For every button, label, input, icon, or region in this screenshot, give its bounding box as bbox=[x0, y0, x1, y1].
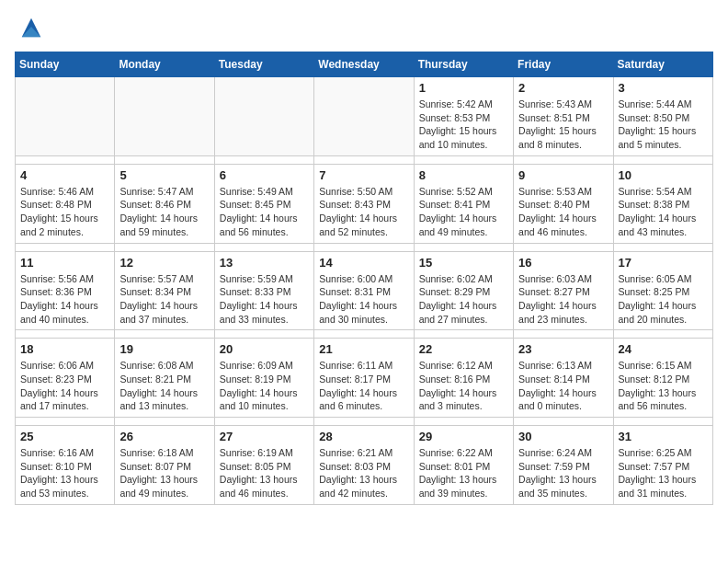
calendar-table: SundayMondayTuesdayWednesdayThursdayFrid… bbox=[15, 52, 713, 505]
day-of-week-header: Monday bbox=[115, 52, 214, 77]
day-number: 5 bbox=[119, 168, 209, 182]
day-number: 20 bbox=[220, 342, 309, 356]
calendar-cell: 20Sunrise: 6:09 AMSunset: 8:19 PMDayligh… bbox=[214, 339, 313, 418]
calendar-cell: 23Sunrise: 6:13 AMSunset: 8:14 PMDayligh… bbox=[514, 339, 613, 418]
day-info: Sunrise: 6:06 AMSunset: 8:23 PMDaylight:… bbox=[20, 359, 109, 413]
calendar-cell: 13Sunrise: 5:59 AMSunset: 8:33 PMDayligh… bbox=[214, 251, 313, 330]
day-number: 19 bbox=[119, 342, 209, 356]
calendar-week-row: 18Sunrise: 6:06 AMSunset: 8:23 PMDayligh… bbox=[16, 339, 713, 418]
day-number: 6 bbox=[220, 168, 309, 182]
day-info: Sunrise: 6:11 AMSunset: 8:17 PMDaylight:… bbox=[319, 359, 408, 413]
calendar-week-row: 4Sunrise: 5:46 AMSunset: 8:48 PMDaylight… bbox=[16, 164, 713, 243]
day-info: Sunrise: 5:46 AMSunset: 8:48 PMDaylight:… bbox=[20, 185, 109, 239]
calendar-cell: 25Sunrise: 6:16 AMSunset: 8:10 PMDayligh… bbox=[16, 426, 115, 505]
day-number: 7 bbox=[319, 168, 408, 182]
day-number: 28 bbox=[319, 430, 408, 443]
calendar-cell: 7Sunrise: 5:50 AMSunset: 8:43 PMDaylight… bbox=[314, 164, 414, 243]
day-number: 15 bbox=[419, 256, 508, 270]
day-of-week-header: Wednesday bbox=[314, 52, 414, 77]
day-of-week-header: Sunday bbox=[16, 52, 115, 77]
day-info: Sunrise: 5:42 AMSunset: 8:53 PMDaylight:… bbox=[419, 98, 508, 152]
calendar-cell bbox=[16, 77, 115, 156]
day-info: Sunrise: 5:56 AMSunset: 8:36 PMDaylight:… bbox=[20, 272, 109, 327]
calendar-cell: 27Sunrise: 6:19 AMSunset: 8:05 PMDayligh… bbox=[214, 426, 313, 505]
day-number: 31 bbox=[619, 430, 708, 443]
day-of-week-header: Saturday bbox=[613, 52, 712, 77]
calendar-cell: 26Sunrise: 6:18 AMSunset: 8:07 PMDayligh… bbox=[115, 426, 214, 505]
day-number: 16 bbox=[518, 256, 608, 270]
calendar-cell: 12Sunrise: 5:57 AMSunset: 8:34 PMDayligh… bbox=[115, 251, 214, 330]
day-number: 26 bbox=[119, 430, 209, 443]
day-info: Sunrise: 5:52 AMSunset: 8:41 PMDaylight:… bbox=[419, 185, 508, 239]
day-info: Sunrise: 6:05 AMSunset: 8:25 PMDaylight:… bbox=[619, 272, 708, 327]
day-info: Sunrise: 6:00 AMSunset: 8:31 PMDaylight:… bbox=[319, 272, 408, 327]
day-number: 24 bbox=[619, 342, 708, 356]
day-number: 4 bbox=[20, 168, 109, 182]
day-number: 17 bbox=[619, 256, 708, 270]
calendar-cell: 31Sunrise: 6:25 AMSunset: 7:57 PMDayligh… bbox=[613, 426, 712, 505]
calendar-cell: 15Sunrise: 6:02 AMSunset: 8:29 PMDayligh… bbox=[414, 251, 513, 330]
calendar-cell: 18Sunrise: 6:06 AMSunset: 8:23 PMDayligh… bbox=[16, 339, 115, 418]
day-info: Sunrise: 6:19 AMSunset: 8:05 PMDaylight:… bbox=[220, 446, 309, 500]
day-info: Sunrise: 6:25 AMSunset: 7:57 PMDaylight:… bbox=[619, 446, 708, 500]
row-divider bbox=[16, 330, 713, 339]
row-divider bbox=[16, 243, 713, 251]
day-info: Sunrise: 6:03 AMSunset: 8:27 PMDaylight:… bbox=[518, 272, 608, 327]
day-number: 14 bbox=[319, 256, 408, 270]
day-number: 30 bbox=[518, 430, 608, 443]
day-info: Sunrise: 6:16 AMSunset: 8:10 PMDaylight:… bbox=[20, 446, 109, 500]
day-number: 9 bbox=[518, 168, 608, 182]
day-of-week-header: Tuesday bbox=[214, 52, 313, 77]
day-number: 21 bbox=[319, 342, 408, 356]
day-number: 29 bbox=[419, 430, 508, 443]
calendar-cell bbox=[214, 77, 313, 156]
day-info: Sunrise: 6:21 AMSunset: 8:03 PMDaylight:… bbox=[319, 446, 408, 500]
calendar-cell: 8Sunrise: 5:52 AMSunset: 8:41 PMDaylight… bbox=[414, 164, 513, 243]
day-number: 10 bbox=[619, 168, 708, 182]
day-info: Sunrise: 5:54 AMSunset: 8:38 PMDaylight:… bbox=[619, 185, 708, 239]
logo-icon bbox=[18, 15, 44, 40]
row-divider bbox=[16, 155, 713, 164]
day-info: Sunrise: 5:59 AMSunset: 8:33 PMDaylight:… bbox=[220, 272, 309, 327]
calendar-cell: 19Sunrise: 6:08 AMSunset: 8:21 PMDayligh… bbox=[115, 339, 214, 418]
day-number: 11 bbox=[20, 256, 109, 270]
day-info: Sunrise: 5:57 AMSunset: 8:34 PMDaylight:… bbox=[119, 272, 209, 327]
day-info: Sunrise: 5:43 AMSunset: 8:51 PMDaylight:… bbox=[518, 98, 608, 152]
calendar-cell: 10Sunrise: 5:54 AMSunset: 8:38 PMDayligh… bbox=[613, 164, 712, 243]
calendar-cell: 11Sunrise: 5:56 AMSunset: 8:36 PMDayligh… bbox=[16, 251, 115, 330]
day-info: Sunrise: 5:53 AMSunset: 8:40 PMDaylight:… bbox=[518, 185, 608, 239]
day-info: Sunrise: 5:44 AMSunset: 8:50 PMDaylight:… bbox=[619, 98, 708, 152]
day-number: 18 bbox=[20, 342, 109, 356]
calendar-week-row: 1Sunrise: 5:42 AMSunset: 8:53 PMDaylight… bbox=[16, 77, 713, 156]
calendar-cell: 29Sunrise: 6:22 AMSunset: 8:01 PMDayligh… bbox=[414, 426, 513, 505]
day-number: 27 bbox=[220, 430, 309, 443]
day-number: 23 bbox=[518, 342, 608, 356]
day-info: Sunrise: 6:22 AMSunset: 8:01 PMDaylight:… bbox=[419, 446, 508, 500]
day-number: 13 bbox=[220, 256, 309, 270]
calendar-header-row: SundayMondayTuesdayWednesdayThursdayFrid… bbox=[16, 52, 713, 77]
day-number: 3 bbox=[619, 81, 708, 95]
day-info: Sunrise: 6:02 AMSunset: 8:29 PMDaylight:… bbox=[419, 272, 508, 327]
day-info: Sunrise: 5:50 AMSunset: 8:43 PMDaylight:… bbox=[319, 185, 408, 239]
calendar-cell: 4Sunrise: 5:46 AMSunset: 8:48 PMDaylight… bbox=[16, 164, 115, 243]
day-info: Sunrise: 6:24 AMSunset: 7:59 PMDaylight:… bbox=[518, 446, 608, 500]
calendar-cell: 28Sunrise: 6:21 AMSunset: 8:03 PMDayligh… bbox=[314, 426, 414, 505]
day-number: 8 bbox=[419, 168, 508, 182]
day-number: 25 bbox=[20, 430, 109, 443]
calendar-cell: 24Sunrise: 6:15 AMSunset: 8:12 PMDayligh… bbox=[613, 339, 712, 418]
day-of-week-header: Friday bbox=[514, 52, 613, 77]
calendar-cell: 14Sunrise: 6:00 AMSunset: 8:31 PMDayligh… bbox=[314, 251, 414, 330]
day-info: Sunrise: 6:08 AMSunset: 8:21 PMDaylight:… bbox=[119, 359, 209, 413]
calendar-cell: 21Sunrise: 6:11 AMSunset: 8:17 PMDayligh… bbox=[314, 339, 414, 418]
day-info: Sunrise: 6:13 AMSunset: 8:14 PMDaylight:… bbox=[518, 359, 608, 413]
day-number: 1 bbox=[419, 81, 508, 95]
page-header bbox=[15, 15, 713, 40]
calendar-cell: 5Sunrise: 5:47 AMSunset: 8:46 PMDaylight… bbox=[115, 164, 214, 243]
day-info: Sunrise: 6:12 AMSunset: 8:16 PMDaylight:… bbox=[419, 359, 508, 413]
calendar-week-row: 25Sunrise: 6:16 AMSunset: 8:10 PMDayligh… bbox=[16, 426, 713, 505]
day-number: 12 bbox=[119, 256, 209, 270]
calendar-cell: 1Sunrise: 5:42 AMSunset: 8:53 PMDaylight… bbox=[414, 77, 513, 156]
calendar-cell: 30Sunrise: 6:24 AMSunset: 7:59 PMDayligh… bbox=[514, 426, 613, 505]
day-info: Sunrise: 6:09 AMSunset: 8:19 PMDaylight:… bbox=[220, 359, 309, 413]
calendar-cell: 6Sunrise: 5:49 AMSunset: 8:45 PMDaylight… bbox=[214, 164, 313, 243]
